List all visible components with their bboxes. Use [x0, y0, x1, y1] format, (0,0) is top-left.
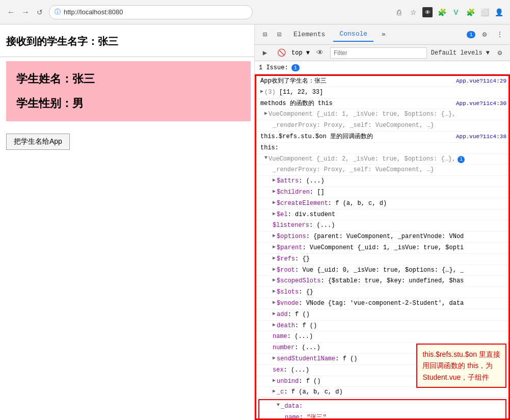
eye-icon[interactable]: 👁: [422, 7, 433, 17]
console-line-8: ▼ VueComponent {_uid: 2, _isVue: true, $…: [256, 154, 508, 165]
url-text: http://localhost:8080: [64, 8, 123, 16]
source-3[interactable]: App.vue?11c4:30: [456, 99, 506, 107]
console-line-c: ▶ _c: f (a, b, c, d): [256, 387, 508, 398]
expand-slots[interactable]: ▶: [273, 288, 276, 294]
console-text-slots: $slots: {}: [277, 288, 506, 297]
filter-input[interactable]: [330, 47, 427, 59]
console-line-name: name: (...): [256, 331, 508, 343]
console-text-8: VueComponent {_uid: 2, _isVue: true, $op…: [269, 155, 506, 164]
console-line-data-header: ▼ _data:: [260, 401, 504, 412]
devtools-right-icons: 1 ⚙ ⋮: [467, 29, 506, 41]
console-line-root: ▶ $root: Vue {_uid: 0, _isVue: true, $op…: [256, 265, 508, 276]
vue-icon[interactable]: V: [451, 7, 461, 17]
expand-scoped[interactable]: ▶: [273, 277, 276, 283]
console-line-6: this.$refs.stu.$on 里的回调函数的 App.vue?11c4:…: [256, 132, 508, 143]
issues-label: 1 Issue:: [259, 64, 288, 71]
console-text-options: $options: {parent: VueComponent, _parent…: [277, 232, 506, 241]
extension-icon[interactable]: 🧩: [437, 7, 447, 17]
device-icon[interactable]: ⊡: [273, 29, 285, 41]
settings-icon-2[interactable]: ⚙: [494, 47, 506, 59]
console-line-parent: ▶ $parent: VueComponent {_uid: 1, _isVue…: [256, 243, 508, 254]
student-name: 学生姓名：张三: [16, 71, 240, 87]
levels-selector[interactable]: Default levels ▼: [431, 49, 490, 57]
expand-sendname[interactable]: ▶: [273, 355, 276, 361]
page-header: 接收到的学生名字：张三: [0, 24, 254, 55]
console-line-children: ▶ $children: []: [256, 187, 508, 198]
source-1[interactable]: App.vue?11c4:29: [456, 77, 506, 84]
tab-more[interactable]: »: [375, 28, 392, 41]
console-line-5: _renderProxy: Proxy, _self: VueComponent…: [256, 120, 508, 132]
inspect-icon[interactable]: ⊡: [259, 29, 271, 41]
console-text-scoped: $scopedSlots: {$stable: true, $key: unde…: [277, 277, 506, 285]
annotation-line2: 用回调函数的 this，为: [422, 361, 493, 370]
expand-options[interactable]: ▶: [273, 232, 276, 239]
annotation-box: this.$refs.stu.$on 里直接 用回调函数的 this，为 Stu…: [416, 344, 506, 388]
console-line-3: methods 的函数的 this App.vue?11c4:30: [256, 98, 508, 110]
console-text-add: add: f (): [277, 310, 506, 319]
expand-children[interactable]: ▶: [273, 188, 276, 194]
tab-elements[interactable]: Elements: [287, 28, 331, 41]
console-line-data-name: name: "张三": [260, 412, 504, 420]
console-text-el: $el: div.student: [277, 211, 506, 219]
expand-c[interactable]: ▶: [273, 388, 276, 394]
info-icon: i: [458, 156, 465, 163]
console-text-data-name: name: "张三": [285, 413, 502, 420]
more-icon[interactable]: ⋮: [494, 29, 506, 41]
visibility-icon[interactable]: 👁: [314, 47, 326, 59]
expand-root[interactable]: ▶: [273, 266, 276, 272]
bookmark-icon[interactable]: ☆: [408, 7, 418, 17]
expand-icon-8[interactable]: ▼: [264, 155, 267, 161]
run-icon[interactable]: ▶: [259, 47, 271, 59]
page-content: 接收到的学生名字：张三 学生姓名：张三 学生性别：男 把学生名给App: [0, 24, 255, 420]
console-output[interactable]: App收到了学生名：张三 App.vue?11c4:29 ▶ (3) [11, …: [255, 74, 510, 420]
console-line-scoped: ▶ $scopedSlots: {$stable: true, $key: un…: [256, 276, 508, 287]
expand-refs[interactable]: ▶: [273, 255, 276, 261]
console-line-refs: ▶ $refs: {}: [256, 254, 508, 265]
settings-icon[interactable]: ⚙: [478, 29, 491, 41]
console-text-3: methods 的函数的 this: [260, 99, 452, 108]
console-text-vnode: $vnode: VNode {tag: 'vue-component-2-Stu…: [277, 299, 506, 308]
expand-data[interactable]: ▼: [277, 402, 280, 408]
block-icon[interactable]: 🚫: [275, 47, 287, 59]
expand-icon-4[interactable]: ▶: [264, 110, 267, 116]
console-text-data-label: _data:: [281, 402, 502, 411]
console-text-parent: $parent: VueComponent {_uid: 1, _isVue: …: [277, 244, 506, 252]
expand-vnode[interactable]: ▶: [273, 299, 276, 305]
puzzle-icon[interactable]: 🧩: [465, 7, 475, 17]
annotation-line1: this.$refs.stu.$on 里直接: [422, 350, 500, 358]
console-text-root: $root: Vue {_uid: 0, _isVue: true, $opti…: [277, 266, 506, 275]
console-text-9: _renderProxy: Proxy, _self: VueComponent…: [273, 166, 506, 174]
expand-el[interactable]: ▶: [273, 211, 276, 217]
data-block: ▼ _data: name: "张三" number: 0 sex: "男": [258, 399, 506, 420]
console-line-slots: ▶ $slots: {}: [256, 287, 508, 298]
share-icon[interactable]: ⎙: [394, 7, 404, 17]
tab-console[interactable]: Console: [333, 27, 373, 42]
expand-ce[interactable]: ▶: [273, 199, 276, 205]
console-text-ce: $createElement: f (a, b, c, d): [277, 199, 506, 208]
expand-attrs[interactable]: ▶: [273, 177, 276, 183]
devtools-topbar: ⊡ ⊡ Elements Console » 1 ⚙ ⋮: [255, 24, 510, 45]
lock-icon: ⓘ: [55, 8, 61, 16]
console-text-listeners: $listeners: (...): [273, 221, 506, 230]
expand-add[interactable]: ▶: [273, 310, 276, 317]
nav-forward-button[interactable]: →: [20, 7, 31, 17]
expand-parent[interactable]: ▶: [273, 244, 276, 250]
nav-back-button[interactable]: ←: [6, 7, 16, 17]
source-6[interactable]: App.vue?11c4:38: [456, 133, 506, 140]
context-selector[interactable]: top ▼: [291, 49, 310, 57]
profile-icon[interactable]: 👤: [494, 7, 504, 17]
address-bar[interactable]: ⓘ http://localhost:8080: [49, 5, 253, 19]
console-text-4: VueComponent {_uid: 1, _isVue: true, $op…: [269, 110, 506, 119]
expand-death[interactable]: ▶: [273, 322, 276, 328]
issues-badge: 1: [291, 64, 300, 71]
console-line-attrs: ▶ $attrs: (...): [256, 176, 508, 187]
student-sex: 学生性别：男: [16, 96, 240, 111]
console-text-death: death: f (): [277, 322, 506, 330]
send-student-button[interactable]: 把学生名给App: [6, 134, 70, 150]
expand-icon-2[interactable]: ▶: [260, 88, 263, 94]
expand-unbind[interactable]: ▶: [273, 377, 276, 383]
console-text-c: _c: f (a, b, c, d): [277, 388, 506, 397]
window-icon[interactable]: ⬜: [479, 7, 490, 17]
nav-refresh-button[interactable]: ↺: [35, 7, 45, 17]
console-text-2: (3) [11, 22, 33]: [264, 88, 506, 97]
